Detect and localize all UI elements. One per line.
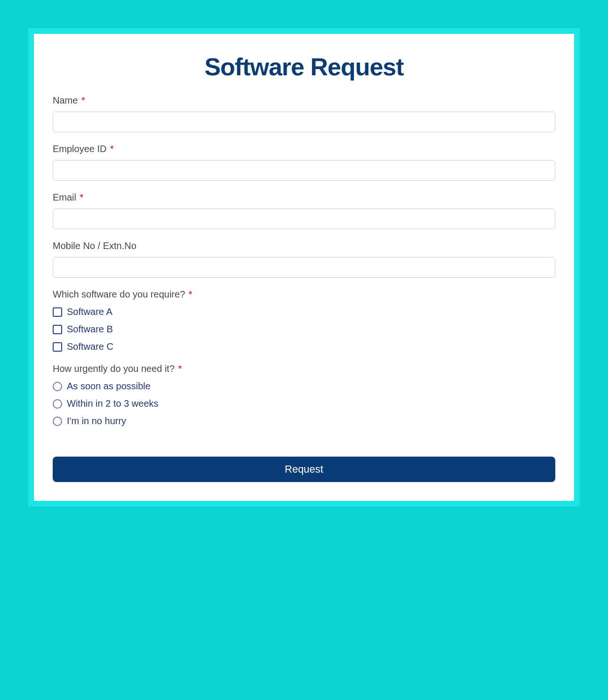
software-option-c[interactable]: Software C [53, 341, 555, 352]
label-employee-id: Employee ID * [53, 144, 555, 154]
label-employee-id-text: Employee ID [53, 144, 107, 154]
field-employee-id: Employee ID * [53, 144, 555, 181]
input-name[interactable] [53, 112, 555, 132]
required-star: * [81, 95, 85, 105]
radio-icon [53, 382, 62, 391]
software-option-c-label: Software C [67, 341, 113, 352]
software-option-a-label: Software A [67, 306, 112, 317]
required-star: * [110, 144, 114, 154]
urgency-options: As soon as possible Within in 2 to 3 wee… [53, 381, 555, 426]
form-title: Software Request [53, 53, 555, 81]
urgency-option-nohurry-label: I'm in no hurry [67, 416, 126, 426]
label-urgency-text: How urgently do you need it? [53, 363, 175, 374]
software-options: Software A Software B Software C [53, 306, 555, 352]
form-outer-border: Software Request Name * Employee ID * Em… [28, 28, 580, 507]
urgency-option-asap-label: As soon as possible [67, 381, 151, 392]
checkbox-icon [53, 325, 62, 334]
label-name-text: Name [53, 95, 78, 105]
checkbox-icon [53, 342, 62, 352]
checkbox-icon [53, 307, 62, 317]
urgency-option-weeks-label: Within in 2 to 3 weeks [67, 398, 159, 409]
field-urgency: How urgently do you need it? * As soon a… [53, 363, 555, 426]
software-option-b-label: Software B [67, 324, 113, 335]
field-name: Name * [53, 95, 555, 132]
form-card: Software Request Name * Employee ID * Em… [34, 34, 574, 501]
urgency-option-weeks[interactable]: Within in 2 to 3 weeks [53, 398, 555, 409]
software-option-a[interactable]: Software A [53, 306, 555, 317]
required-star: * [189, 289, 192, 299]
urgency-option-nohurry[interactable]: I'm in no hurry [53, 416, 555, 426]
label-software: Which software do you require? * [53, 289, 555, 300]
field-software: Which software do you require? * Softwar… [53, 289, 555, 352]
label-software-text: Which software do you require? [53, 289, 185, 299]
label-mobile: Mobile No / Extn.No [53, 241, 555, 251]
input-mobile[interactable] [53, 257, 555, 278]
label-urgency: How urgently do you need it? * [53, 363, 555, 374]
label-email-text: Email [53, 192, 76, 202]
submit-button[interactable]: Request [53, 457, 555, 482]
required-star: * [80, 192, 84, 202]
field-mobile: Mobile No / Extn.No [53, 241, 555, 278]
radio-icon [53, 399, 62, 409]
radio-icon [53, 417, 62, 426]
label-name: Name * [53, 95, 555, 106]
label-mobile-text: Mobile No / Extn.No [53, 241, 136, 251]
input-email[interactable] [53, 209, 555, 229]
urgency-option-asap[interactable]: As soon as possible [53, 381, 555, 392]
software-option-b[interactable]: Software B [53, 324, 555, 335]
required-star: * [178, 363, 182, 374]
field-email: Email * [53, 192, 555, 229]
input-employee-id[interactable] [53, 160, 555, 181]
label-email: Email * [53, 192, 555, 203]
